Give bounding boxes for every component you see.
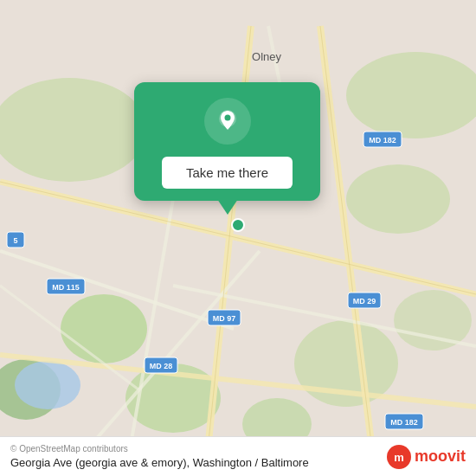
moovit-text: moovit: [415, 447, 466, 466]
svg-point-10: [15, 361, 80, 409]
moovit-brand-icon: m: [387, 445, 411, 469]
moovit-logo[interactable]: m moovit: [387, 445, 466, 469]
svg-text:MD 29: MD 29: [353, 297, 376, 306]
svg-text:MD 28: MD 28: [150, 362, 173, 370]
take-me-there-button[interactable]: Take me there: [162, 157, 293, 189]
svg-text:m: m: [394, 451, 404, 464]
svg-text:5: 5: [13, 236, 17, 245]
popup-card: Take me there: [134, 82, 320, 201]
map-background: MD 182 5 MD 115 MD 97 MD 29 MD 28 MD 182…: [0, 0, 476, 476]
svg-text:MD 115: MD 115: [52, 283, 80, 292]
svg-text:MD 182: MD 182: [369, 136, 396, 145]
location-pin-icon: [214, 107, 241, 135]
svg-point-39: [232, 219, 244, 231]
svg-text:Olney: Olney: [252, 50, 281, 63]
svg-point-41: [224, 115, 230, 121]
map-container: MD 182 5 MD 115 MD 97 MD 29 MD 28 MD 182…: [0, 0, 476, 476]
bottom-left: © OpenStreetMap contributors Georgia Ave…: [10, 444, 309, 469]
copyright-text: © OpenStreetMap contributors: [10, 444, 309, 453]
bottom-bar: © OpenStreetMap contributors Georgia Ave…: [0, 436, 476, 476]
svg-text:MD 182: MD 182: [390, 418, 418, 427]
location-icon-wrap: [204, 98, 251, 145]
svg-point-3: [346, 164, 450, 234]
svg-point-4: [61, 294, 147, 363]
location-title: Georgia Ave (georgia ave & emory), Washi…: [10, 456, 309, 469]
svg-text:MD 97: MD 97: [213, 314, 236, 323]
